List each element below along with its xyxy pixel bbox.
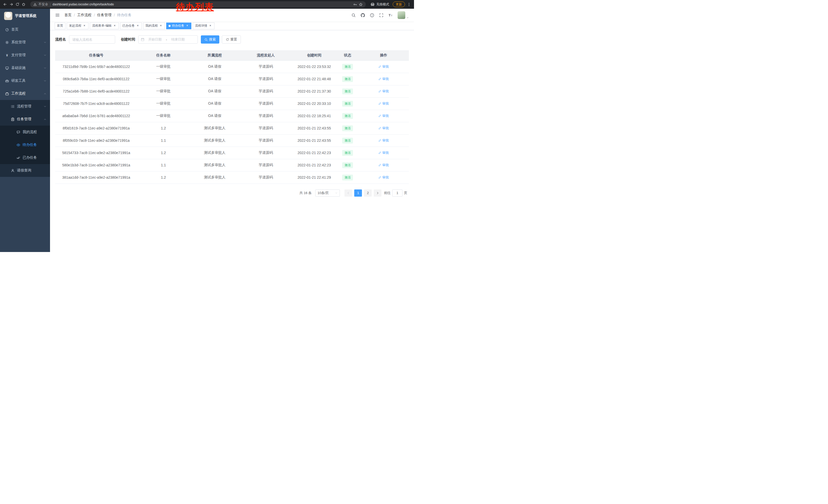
sidebar-item-devtools[interactable]: 研发工具	[0, 74, 50, 87]
logo-row[interactable]: 芋道管理系统	[0, 9, 50, 23]
tab-form-edit[interactable]: 流程表单-编辑×	[90, 22, 119, 29]
reset-button[interactable]: 重置	[222, 35, 241, 44]
pagination: 共 16 条 10条/页 12 前往 页	[55, 189, 409, 197]
calendar-icon	[141, 38, 144, 41]
cell-created: 2022-01-21 22:43:55	[292, 134, 337, 147]
page-buttons: 12	[353, 189, 373, 197]
search-button[interactable]: 搜索	[201, 35, 219, 44]
approve-link[interactable]: 审批	[378, 138, 389, 143]
sidebar-item-leave-query[interactable]: 请假查询	[0, 164, 50, 177]
process-name-input[interactable]	[69, 35, 115, 44]
toolbox-icon	[5, 79, 9, 83]
date-range-picker[interactable]: 开始日期 - 结束日期	[138, 35, 198, 44]
breadcrumb-item[interactable]: 任务管理	[97, 13, 112, 17]
tab-label: 发起流程	[69, 24, 81, 28]
cell-created: 2022-01-22 20:33:10	[292, 97, 337, 110]
sidebar-menu: 首页系统管理¥支付管理基础设施研发工具工作流程流程管理任务管理我的流程待办任务已…	[0, 23, 50, 177]
cell-process: OA 请假	[190, 85, 240, 97]
font-size-icon[interactable]: TT	[388, 13, 393, 17]
update-button[interactable]: 更新	[393, 2, 405, 7]
back-icon[interactable]	[3, 2, 7, 6]
sidebar-item-task-mgmt[interactable]: 任务管理	[0, 113, 50, 126]
cell-action: 审批	[358, 110, 409, 122]
cell-name: 1.2	[137, 171, 190, 184]
page-button-2[interactable]: 2	[364, 189, 372, 197]
approve-link[interactable]: 审批	[378, 64, 389, 69]
approve-label: 审批	[382, 175, 389, 180]
sidebar-toggle-icon[interactable]	[55, 13, 60, 17]
cell-process: 测试多审批人	[190, 122, 240, 134]
approve-link[interactable]: 审批	[378, 89, 389, 94]
column-header: 任务名称	[137, 50, 190, 60]
dashboard-icon	[5, 28, 9, 32]
tab-close-icon[interactable]: ×	[83, 24, 86, 28]
approve-link[interactable]: 审批	[378, 113, 389, 118]
gear-icon	[5, 41, 9, 44]
user-avatar[interactable]	[398, 11, 409, 19]
edit-icon	[378, 114, 381, 118]
prev-page-button[interactable]	[344, 189, 352, 197]
sidebar-item-workflow[interactable]: 工作流程	[0, 87, 50, 100]
sidebar-item-label: 工作流程	[11, 91, 41, 96]
sidebar-item-system[interactable]: 系统管理	[0, 36, 50, 49]
total-count: 共 16 条	[299, 191, 312, 195]
top-navbar: 首页/工作流程/任务管理/待办任务 ? TT	[50, 9, 414, 21]
github-icon[interactable]	[361, 13, 365, 17]
approve-label: 审批	[382, 163, 389, 168]
tab-home[interactable]: 首页	[55, 22, 66, 29]
breadcrumb-item[interactable]: 首页	[65, 13, 72, 17]
tab-close-icon[interactable]: ×	[209, 24, 212, 28]
tab-my-process[interactable]: 我的流程×	[143, 22, 165, 29]
breadcrumb-item[interactable]: 工作流程	[77, 13, 92, 17]
tab-todo-task[interactable]: 待办任务×	[166, 22, 191, 29]
sidebar-item-done-task[interactable]: 已办任务	[0, 151, 50, 164]
help-icon[interactable]: ?	[370, 13, 374, 17]
approve-link[interactable]: 审批	[378, 126, 389, 131]
tab-close-icon[interactable]: ×	[159, 24, 163, 28]
approve-link[interactable]: 审批	[378, 163, 389, 168]
sidebar-item-todo-task[interactable]: 待办任务	[0, 138, 50, 151]
cell-created: 2022-01-21 22:42:23	[292, 159, 337, 171]
cell-name: 一级审批	[137, 85, 190, 97]
forward-icon[interactable]	[9, 2, 13, 6]
bookmark-star-icon[interactable]	[359, 3, 363, 6]
approve-label: 审批	[382, 77, 389, 81]
tab-close-icon[interactable]: ×	[185, 24, 189, 28]
approve-link[interactable]: 审批	[378, 101, 389, 106]
approve-link[interactable]: 审批	[378, 175, 389, 180]
sidebar-submenu: 流程管理任务管理我的流程待办任务已办任务请假查询	[0, 100, 50, 177]
cell-action: 审批	[358, 134, 409, 147]
breadcrumb-item: 待办任务	[117, 13, 132, 17]
sidebar-item-infrastructure[interactable]: 基础设施	[0, 61, 50, 74]
browser-home-icon[interactable]	[22, 2, 26, 6]
browser-menu-icon[interactable]	[407, 3, 411, 6]
goto-page-input[interactable]	[392, 189, 403, 197]
address-separator: |	[50, 3, 51, 6]
svg-text:?: ?	[371, 14, 373, 16]
sidebar-item-home[interactable]: 首页	[0, 23, 50, 36]
page-size-select[interactable]: 10条/页	[315, 189, 340, 197]
password-key-icon[interactable]	[353, 3, 357, 6]
tab-start-process[interactable]: 发起流程×	[67, 22, 88, 29]
page-button-1[interactable]: 1	[354, 189, 362, 197]
fullscreen-icon[interactable]	[379, 13, 383, 17]
avatar-caret-icon	[406, 16, 409, 19]
tab-close-icon[interactable]: ×	[136, 24, 139, 28]
annotation-overlay: 待办列表	[176, 1, 214, 13]
approve-label: 审批	[382, 138, 389, 143]
sidebar-item-my-process[interactable]: 我的流程	[0, 126, 50, 138]
cell-status: 激活	[337, 85, 358, 97]
approve-link[interactable]: 审批	[378, 77, 389, 81]
next-page-button[interactable]	[374, 189, 381, 197]
tab-done-task[interactable]: 已办任务×	[120, 22, 142, 29]
sidebar-item-payment[interactable]: ¥支付管理	[0, 49, 50, 61]
cell-status: 激活	[337, 171, 358, 184]
sidebar-item-process-mgmt[interactable]: 流程管理	[0, 100, 50, 113]
tab-process-detail[interactable]: 流程详情×	[193, 22, 214, 29]
cell-process: OA 请假	[190, 97, 240, 110]
svg-text:T: T	[388, 13, 391, 17]
reload-icon[interactable]	[15, 2, 19, 6]
approve-link[interactable]: 审批	[378, 150, 389, 155]
header-search-icon[interactable]	[351, 13, 356, 17]
tab-close-icon[interactable]: ×	[113, 24, 117, 28]
